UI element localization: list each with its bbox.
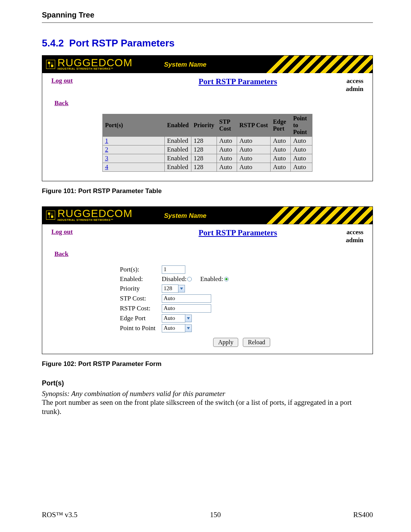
rstp-cost-input[interactable]: Auto	[162, 304, 211, 313]
logout-link[interactable]: Log out	[51, 228, 73, 236]
priority-select[interactable]: 128	[162, 284, 185, 293]
cell: Auto	[291, 154, 312, 163]
brand-name: RUGGEDCOM	[57, 59, 132, 67]
cell: Auto	[237, 145, 271, 154]
page-header: Spanning Tree	[42, 11, 373, 23]
cell: Auto	[217, 145, 237, 154]
app-header: RUGGEDCOM INDUSTRIAL STRENGTH NETWORKS™ …	[42, 56, 373, 73]
enabled-option-label: Enabled:	[200, 275, 223, 283]
port-link[interactable]: 2	[105, 146, 108, 153]
port-rstp-form: Port(s): 1 Enabled: Disabled: Enabled: P…	[120, 265, 363, 347]
back-link[interactable]: Back	[54, 99, 68, 107]
cell: Auto	[217, 163, 237, 171]
cell: Auto	[291, 136, 312, 145]
chevron-down-icon	[185, 315, 192, 322]
ptp-label: Point to Point	[120, 324, 162, 332]
cell: Auto	[271, 145, 291, 154]
cell: Auto	[271, 136, 291, 145]
ports-input[interactable]: 1	[162, 265, 185, 274]
table-row: 3 Enabled 128 Auto Auto Auto Auto	[102, 154, 312, 163]
page-title: Port RSTP Parameters	[199, 228, 277, 238]
rstp-cost-label: RSTP Cost:	[120, 305, 162, 312]
edge-port-value: Auto	[162, 314, 185, 323]
table-header-row: Port(s) Enabled Priority STP Cost RSTP C…	[102, 114, 312, 136]
stp-cost-label: STP Cost:	[120, 295, 162, 302]
col-rstp-cost: RSTP Cost	[237, 114, 271, 136]
chevron-down-icon	[178, 285, 185, 292]
back-link[interactable]: Back	[54, 250, 68, 258]
cell: Auto	[237, 136, 271, 145]
access-label: access admin	[346, 77, 363, 93]
cell: Auto	[217, 154, 237, 163]
footer-left: ROS™ v3.5	[42, 511, 78, 519]
cell: Enabled	[164, 136, 191, 145]
figure-101-panel: RUGGEDCOM INDUSTRIAL STRENGTH NETWORKS™ …	[42, 55, 373, 181]
disabled-radio[interactable]	[187, 277, 192, 281]
param-body: The port number as seen on the front pla…	[42, 398, 373, 416]
ptp-value: Auto	[162, 324, 185, 332]
table-row: 1 Enabled 128 Auto Auto Auto Auto	[102, 136, 312, 145]
param-synopsis: Synopsis: Any combination of numbers val…	[42, 390, 373, 398]
col-ptp: Point to Point	[291, 114, 312, 136]
cell: Auto	[291, 145, 312, 154]
port-link[interactable]: 3	[105, 155, 108, 162]
brand-logo: RUGGEDCOM INDUSTRIAL STRENGTH NETWORKS™	[46, 59, 132, 70]
brand-logo: RUGGEDCOM INDUSTRIAL STRENGTH NETWORKS™	[46, 209, 132, 221]
ptp-select[interactable]: Auto	[162, 324, 192, 332]
col-enabled: Enabled	[164, 114, 191, 136]
reload-button[interactable]: Reload	[243, 338, 270, 347]
edge-port-select[interactable]: Auto	[162, 314, 192, 323]
cell: 128	[191, 145, 217, 154]
col-priority: Priority	[191, 114, 217, 136]
logo-icon	[46, 211, 55, 220]
figure-102-panel: RUGGEDCOM INDUSTRIAL STRENGTH NETWORKS™ …	[42, 206, 373, 355]
port-link[interactable]: 1	[105, 137, 108, 144]
apply-button[interactable]: Apply	[213, 338, 238, 347]
cell: Auto	[291, 163, 312, 171]
stp-cost-input[interactable]: Auto	[162, 294, 211, 303]
header-decoration	[262, 56, 373, 73]
col-ports: Port(s)	[102, 114, 164, 136]
enabled-label: Enabled:	[120, 275, 162, 283]
cell: Enabled	[164, 145, 191, 154]
system-name-label: System Name	[164, 61, 207, 69]
param-heading-ports: Port(s)	[42, 379, 373, 387]
cell: Enabled	[164, 163, 191, 171]
cell: 128	[191, 136, 217, 145]
footer-page-number: 150	[210, 511, 221, 519]
section-number: 5.4.2	[42, 37, 64, 49]
cell: Enabled	[164, 154, 191, 163]
port-link[interactable]: 4	[105, 163, 108, 171]
port-rstp-table: Port(s) Enabled Priority STP Cost RSTP C…	[102, 114, 312, 172]
logo-icon	[46, 60, 55, 69]
priority-label: Priority	[120, 285, 162, 292]
cell: 128	[191, 154, 217, 163]
brand-name: RUGGEDCOM	[57, 209, 132, 218]
table-row: 2 Enabled 128 Auto Auto Auto Auto	[102, 145, 312, 154]
figure-101-caption: Figure 101: Port RSTP Parameter Table	[42, 187, 373, 195]
cell: Auto	[271, 163, 291, 171]
section-heading: 5.4.2Port RSTP Parameters	[42, 37, 373, 49]
enabled-radio[interactable]	[224, 277, 229, 281]
access-label: access admin	[346, 228, 363, 244]
page-footer: ROS™ v3.5 150 RS400	[0, 511, 411, 519]
section-title: Port RSTP Parameters	[69, 37, 175, 49]
cell: 128	[191, 163, 217, 171]
chevron-down-icon	[185, 324, 192, 332]
header-decoration	[262, 207, 373, 224]
cell: Auto	[271, 154, 291, 163]
disabled-option-label: Disabled:	[162, 275, 186, 283]
cell: Auto	[237, 154, 271, 163]
col-stp-cost: STP Cost	[217, 114, 237, 136]
figure-102-caption: Figure 102: Port RSTP Parameter Form	[42, 360, 373, 368]
table-row: 4 Enabled 128 Auto Auto Auto Auto	[102, 163, 312, 171]
cell: Auto	[237, 163, 271, 171]
system-name-label: System Name	[164, 212, 207, 220]
logout-link[interactable]: Log out	[51, 77, 73, 85]
edge-port-label: Edge Port	[120, 315, 162, 322]
col-edge-port: Edge Port	[271, 114, 291, 136]
page-title: Port RSTP Parameters	[199, 77, 277, 86]
footer-right: RS400	[353, 511, 373, 519]
cell: Auto	[217, 136, 237, 145]
priority-value: 128	[162, 284, 178, 293]
